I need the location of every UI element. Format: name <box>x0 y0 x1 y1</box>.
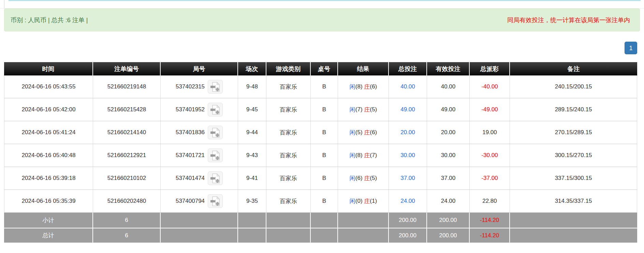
cell-total-bet: 37.00 <box>389 167 427 190</box>
cell-valid-bet: 24.00 <box>427 190 470 213</box>
column-header-valid-bet: 有效投注 <box>427 62 470 75</box>
cell-summary-payout: -114.20 <box>470 213 510 228</box>
cell-bet-id: 521660210102 <box>93 167 161 190</box>
table-header: 时间注单编号局号场次游戏类别桌号结果总投注有效投注总派彩备注 <box>4 62 637 75</box>
video-file-icon <box>209 127 221 138</box>
player-result-score: (8) <box>355 152 364 159</box>
cell-remark: 300.15/270.15 <box>510 144 637 167</box>
page-1-button[interactable]: 1 <box>625 42 637 54</box>
table-body: 2024-06-16 05:43:55 521660219148 5374023… <box>4 75 637 213</box>
cell-valid-bet: 37.00 <box>427 167 470 190</box>
summary-row: 总计 6 200.00 200.00 -114.20 <box>4 228 637 243</box>
cell-empty <box>510 228 637 243</box>
banker-result-score: (1) <box>370 198 377 205</box>
cell-total-bet: 49.00 <box>389 98 427 121</box>
cell-round-id: 537401474 <box>161 167 238 190</box>
cell-empty <box>238 213 266 228</box>
video-replay-button[interactable] <box>208 171 223 185</box>
header-row: 时间注单编号局号场次游戏类别桌号结果总投注有效投注总派彩备注 <box>4 62 637 75</box>
cell-bet-id: 521660212921 <box>93 144 161 167</box>
player-result-score: (0) <box>355 198 364 205</box>
player-result-label: 闲 <box>350 152 355 159</box>
top-strip <box>0 0 644 9</box>
cell-empty <box>238 228 266 243</box>
player-result-label: 闲 <box>350 197 355 205</box>
table-row: 2024-06-16 05:43:55 521660219148 5374023… <box>4 75 637 98</box>
video-replay-button[interactable] <box>208 80 223 94</box>
cell-table-code: B <box>311 75 338 98</box>
cell-result: 闲(6) 庄(5) <box>338 167 389 190</box>
top-accent-line <box>9 0 641 1</box>
round-id-value: 537400794 <box>176 198 205 205</box>
cell-session: 9-45 <box>238 98 266 121</box>
cell-game-type: 百家乐 <box>266 190 311 213</box>
cell-valid-bet: 40.00 <box>427 75 470 98</box>
table-row: 2024-06-16 05:39:18 521660210102 5374014… <box>4 167 637 190</box>
cell-game-type: 百家乐 <box>266 144 311 167</box>
cell-payout: -30.00 <box>470 144 510 167</box>
table-footer: 小计 6 200.00 200.00 -114.20 总计 6 200.00 2… <box>4 213 637 243</box>
cell-session: 9-48 <box>238 75 266 98</box>
column-header-game-type: 游戏类别 <box>266 62 311 75</box>
cell-result: 闲(8) 庄(6) <box>338 75 389 98</box>
currency-summary-text: 币别 : 人民币 | 总共 :6 注单 | <box>11 16 88 24</box>
pagination: 1 <box>4 42 637 54</box>
video-replay-button[interactable] <box>208 194 223 208</box>
cell-payout: -40.00 <box>470 75 510 98</box>
player-result-score: (7) <box>355 106 364 113</box>
cell-remark: 314.35/337.15 <box>510 190 637 213</box>
table-row: 2024-06-16 05:35:39 521660202480 5374007… <box>4 190 637 213</box>
column-header-time: 时间 <box>4 62 93 75</box>
cell-empty <box>338 213 389 228</box>
banker-result-score: (6) <box>370 129 377 136</box>
cell-table-code: B <box>311 190 338 213</box>
column-header-session: 场次 <box>238 62 266 75</box>
cell-summary-payout: -114.20 <box>470 228 510 243</box>
video-file-icon <box>209 173 221 184</box>
cell-time: 2024-06-16 05:40:48 <box>4 144 93 167</box>
bet-records-table: 时间注单编号局号场次游戏类别桌号结果总投注有效投注总派彩备注 2024-06-1… <box>4 62 637 243</box>
player-result-label: 闲 <box>350 129 355 137</box>
cell-result: 闲(7) 庄(5) <box>338 98 389 121</box>
cell-table-code: B <box>311 121 338 144</box>
cell-empty <box>311 228 338 243</box>
cell-game-type: 百家乐 <box>266 167 311 190</box>
cell-game-type: 百家乐 <box>266 121 311 144</box>
banker-result-score: (7) <box>370 152 377 159</box>
cell-game-type: 百家乐 <box>266 98 311 121</box>
column-header-round-id: 局号 <box>161 62 238 75</box>
cell-session: 9-43 <box>238 144 266 167</box>
column-header-payout: 总派彩 <box>470 62 510 75</box>
column-header-result: 结果 <box>338 62 389 75</box>
video-replay-button[interactable] <box>208 126 223 139</box>
column-header-total-bet: 总投注 <box>389 62 427 75</box>
cell-summary-total-bet: 200.00 <box>389 228 427 243</box>
video-replay-button[interactable] <box>208 149 223 162</box>
table-row: 2024-06-16 05:41:24 521660214140 5374018… <box>4 121 637 144</box>
banker-result-label: 庄 <box>364 129 370 137</box>
summary-bar: 币别 : 人民币 | 总共 :6 注单 | 同局有效投注，统一计算在该局第一张注… <box>4 9 640 31</box>
cell-empty <box>266 228 311 243</box>
cell-result: 闲(8) 庄(7) <box>338 144 389 167</box>
video-replay-button[interactable] <box>208 103 223 116</box>
bet-records-page: 币别 : 人民币 | 总共 :6 注单 | 同局有效投注，统一计算在该局第一张注… <box>0 0 644 253</box>
cell-total-bet: 24.00 <box>389 190 427 213</box>
cell-session: 9-44 <box>238 121 266 144</box>
cell-payout: -49.00 <box>470 98 510 121</box>
cell-session: 9-35 <box>238 190 266 213</box>
cell-round-id: 537400794 <box>161 190 238 213</box>
cell-time: 2024-06-16 05:39:18 <box>4 167 93 190</box>
player-result-score: (5) <box>355 129 364 136</box>
round-id-value: 537401474 <box>176 175 205 182</box>
cell-empty <box>161 213 238 228</box>
column-header-remark: 备注 <box>510 62 637 75</box>
banker-result-label: 庄 <box>364 152 370 159</box>
cell-bet-id: 521660214140 <box>93 121 161 144</box>
cell-summary-count: 6 <box>93 228 161 243</box>
banker-result-score: (5) <box>370 175 377 182</box>
cell-bet-id: 521660215428 <box>93 98 161 121</box>
cell-valid-bet: 30.00 <box>427 144 470 167</box>
video-file-icon <box>209 150 221 161</box>
cell-game-type: 百家乐 <box>266 75 311 98</box>
banker-result-label: 庄 <box>364 197 370 205</box>
